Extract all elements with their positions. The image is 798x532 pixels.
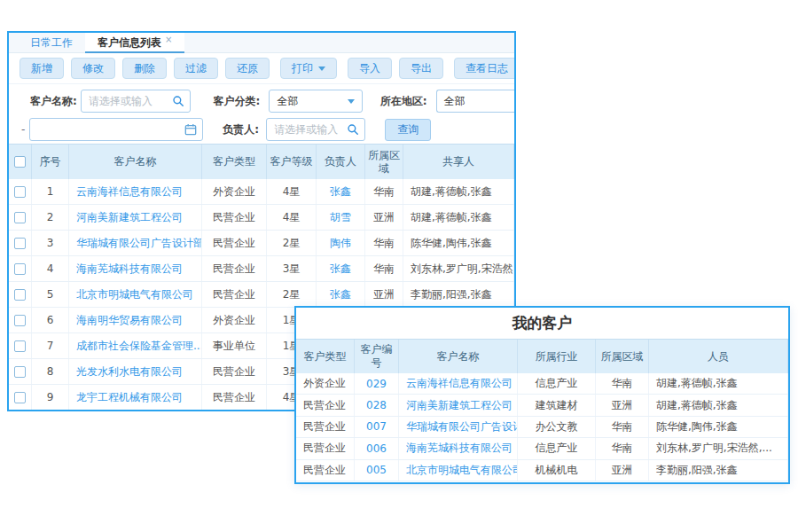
delete-button[interactable]: 删除 bbox=[122, 58, 167, 79]
calendar-icon[interactable] bbox=[184, 123, 197, 138]
print-button[interactable]: 打印 bbox=[280, 58, 337, 79]
selected-value: 全部 bbox=[444, 94, 466, 109]
customer-code-link[interactable]: 007 bbox=[366, 420, 387, 433]
row-checkbox[interactable] bbox=[14, 340, 26, 352]
cell-industry: 信息产业 bbox=[518, 438, 596, 458]
desktop: 日常工作 客户信息列表 × 新增 修改 删除 过滤 还原 打印 导入 导出 查看… bbox=[0, 0, 798, 532]
cell-type: 民营企业 bbox=[296, 395, 355, 415]
row-checkbox[interactable] bbox=[14, 315, 26, 326]
owner-input-box bbox=[266, 118, 365, 141]
customer-code-link[interactable]: 005 bbox=[366, 464, 387, 476]
table-row[interactable]: 民营企业 007 华瑞城有限公司广告设计部 办公文教 华南 陈华健,陶伟,张鑫 bbox=[296, 417, 788, 438]
cell-serial: 9 bbox=[32, 385, 69, 410]
customer-name-link[interactable]: 云南海祥信息有限公司 bbox=[406, 376, 512, 391]
cell-shared: 陈华健,陶伟,张鑫 bbox=[403, 231, 514, 255]
owner-link[interactable]: 张鑫 bbox=[330, 287, 351, 302]
table-row[interactable]: 5 北京市明城电气有限公司 民营企业 2星 张鑫 亚洲 李勤丽,阳强,张鑫 bbox=[9, 282, 514, 308]
customer-name-link[interactable]: 成都市社会保险基金管理... bbox=[76, 339, 202, 354]
cell-people: 刘东林,罗广明,宋浩然,... bbox=[649, 438, 788, 458]
tab-bar: 日常工作 客户信息列表 × bbox=[9, 33, 514, 53]
customer-name-link[interactable]: 华瑞城有限公司广告设计部 bbox=[76, 236, 202, 251]
cell-region: 华南 bbox=[596, 373, 649, 394]
cell-level: 4星 bbox=[267, 179, 317, 204]
filter-button[interactable]: 过滤 bbox=[174, 58, 218, 79]
edit-button[interactable]: 修改 bbox=[71, 58, 115, 79]
search-icon[interactable] bbox=[347, 123, 359, 138]
customer-name-link[interactable]: 河南美新建筑工程公司 bbox=[76, 210, 183, 225]
add-button[interactable]: 新增 bbox=[20, 58, 64, 79]
cell-serial: 3 bbox=[32, 231, 69, 255]
date-input[interactable] bbox=[30, 119, 202, 140]
customer-name-link[interactable]: 北京市明城电气有限公司 bbox=[406, 463, 518, 478]
customer-name-link[interactable]: 华瑞城有限公司广告设计部 bbox=[406, 419, 518, 434]
header-code: 客户编号 bbox=[355, 340, 399, 373]
table-row[interactable]: 民营企业 006 海南芜城科技有限公司 信息产业 华南 刘东林,罗广明,宋浩然,… bbox=[296, 438, 788, 459]
query-button[interactable]: 查询 bbox=[385, 119, 431, 141]
view-logs-button[interactable]: 查看日志 bbox=[454, 58, 516, 79]
customer-code-link[interactable]: 028 bbox=[366, 399, 387, 411]
customer-category-select[interactable]: 全部 bbox=[269, 90, 362, 113]
caret-down-icon bbox=[348, 99, 355, 104]
customer-name-link[interactable]: 河南美新建筑工程公司 bbox=[406, 398, 512, 413]
date-range-dash: - bbox=[21, 123, 25, 136]
row-checkbox[interactable] bbox=[14, 263, 26, 275]
customer-name-link[interactable]: 龙宇工程机械有限公司 bbox=[76, 390, 183, 405]
row-checkbox[interactable] bbox=[14, 212, 26, 223]
row-checkbox[interactable] bbox=[14, 238, 26, 249]
tab-label: 日常工作 bbox=[30, 35, 73, 51]
cell-type: 民营企业 bbox=[296, 438, 355, 458]
row-checkbox[interactable] bbox=[14, 366, 26, 378]
my-customers-window: 我的客户 客户类型 客户编号 客户名称 所属行业 所属区域 人员 外资企业 02… bbox=[294, 306, 790, 484]
cell-shared: 胡建,蒋德帧,张鑫 bbox=[403, 179, 514, 204]
owner-link[interactable]: 张鑫 bbox=[330, 184, 351, 200]
cell-industry: 机械机电 bbox=[518, 460, 596, 481]
customer-name-link[interactable]: 海南明华贸易有限公司 bbox=[76, 313, 183, 328]
customer-code-link[interactable]: 006 bbox=[366, 442, 387, 455]
export-button[interactable]: 导出 bbox=[399, 58, 443, 79]
customer-name-link[interactable]: 北京市明城电气有限公司 bbox=[76, 287, 193, 302]
tab-label: 客户信息列表 bbox=[98, 35, 161, 51]
select-all-checkbox[interactable] bbox=[14, 156, 26, 168]
tab-daily-work[interactable]: 日常工作 bbox=[18, 33, 85, 52]
table-row[interactable]: 2 河南美新建筑工程公司 民营企业 4星 胡雪 亚洲 胡建,蒋德帧,张鑫 bbox=[9, 205, 514, 231]
cell-region: 华南 bbox=[365, 179, 403, 204]
table-row[interactable]: 民营企业 028 河南美新建筑工程公司 建筑建材 亚洲 胡建,蒋德帧,张鑫 bbox=[296, 395, 788, 416]
row-checkbox[interactable] bbox=[14, 392, 26, 403]
cell-industry: 办公文教 bbox=[518, 417, 596, 437]
owner-link[interactable]: 胡雪 bbox=[330, 210, 351, 225]
header-type: 客户类型 bbox=[296, 340, 355, 373]
district-select[interactable]: 全部 bbox=[436, 90, 514, 113]
table-row[interactable]: 4 海南芜城科技有限公司 民营企业 3星 张鑫 华南 刘东林,罗广明,宋浩然,张… bbox=[9, 256, 514, 282]
header-region: 所属区域 bbox=[365, 145, 403, 179]
header-type: 客户类型 bbox=[202, 145, 267, 179]
import-button[interactable]: 导入 bbox=[348, 58, 392, 79]
restore-button[interactable]: 还原 bbox=[225, 58, 270, 79]
customer-code-link[interactable]: 029 bbox=[366, 378, 387, 390]
date-input-box bbox=[29, 118, 203, 141]
customer-name-link[interactable]: 光发水利水电有限公司 bbox=[76, 364, 183, 379]
my-customers-title: 我的客户 bbox=[296, 308, 788, 339]
row-checkbox[interactable] bbox=[14, 186, 26, 198]
cell-region: 华南 bbox=[596, 417, 649, 437]
row-checkbox[interactable] bbox=[14, 289, 26, 301]
owner-link[interactable]: 张鑫 bbox=[330, 262, 351, 277]
table-row[interactable]: 外资企业 029 云南海祥信息有限公司 信息产业 华南 胡建,蒋德帧,张鑫 bbox=[296, 373, 788, 395]
search-icon[interactable] bbox=[172, 95, 184, 110]
owner-link[interactable]: 陶伟 bbox=[330, 236, 351, 251]
caret-down-icon bbox=[318, 66, 325, 71]
table-row[interactable]: 民营企业 005 北京市明城电气有限公司 机械机电 亚洲 李勤丽,阳强,张鑫 bbox=[296, 460, 788, 481]
selected-value: 全部 bbox=[277, 94, 298, 109]
customer-name-link[interactable]: 海南芜城科技有限公司 bbox=[406, 441, 512, 456]
select-all-cell bbox=[9, 145, 32, 179]
table-row[interactable]: 3 华瑞城有限公司广告设计部 民营企业 2星 陶伟 华南 陈华健,陶伟,张鑫 bbox=[9, 231, 514, 256]
customer-name-link[interactable]: 云南海祥信息有限公司 bbox=[76, 184, 183, 200]
customer-name-link[interactable]: 海南芜城科技有限公司 bbox=[76, 262, 183, 277]
tab-close-icon[interactable]: × bbox=[165, 35, 172, 44]
cell-level: 3星 bbox=[267, 256, 317, 281]
tab-customer-info-list[interactable]: 客户信息列表 × bbox=[85, 33, 184, 52]
table-row[interactable]: 1 云南海祥信息有限公司 外资企业 4星 张鑫 华南 胡建,蒋德帧,张鑫 bbox=[9, 179, 514, 205]
cell-serial: 2 bbox=[32, 205, 69, 230]
cell-type: 外资企业 bbox=[202, 179, 267, 204]
cell-level: 2星 bbox=[267, 282, 317, 307]
cell-people: 胡建,蒋德帧,张鑫 bbox=[649, 395, 788, 415]
